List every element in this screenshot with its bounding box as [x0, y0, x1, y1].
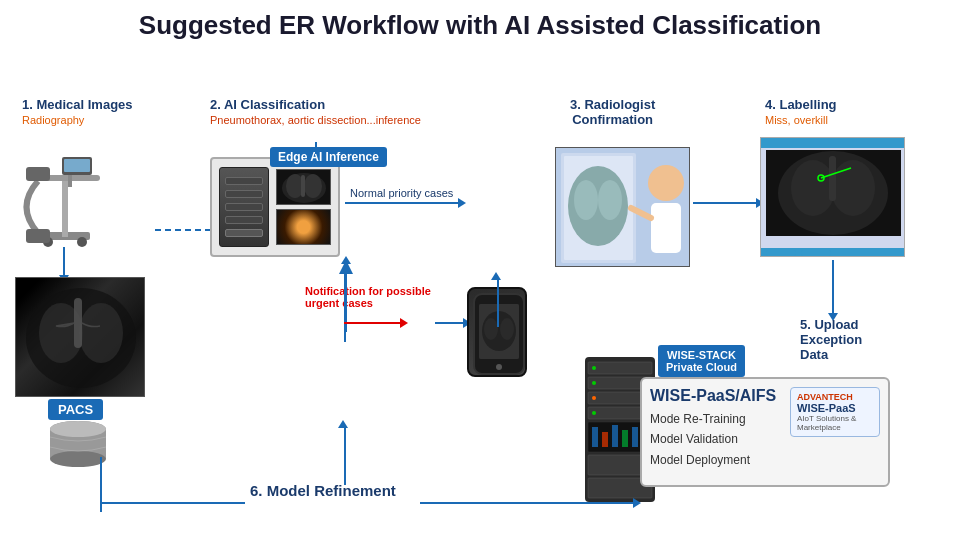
arrow-radio-to-label	[693, 202, 758, 204]
arrow-refinement	[420, 502, 635, 504]
svg-rect-22	[301, 175, 305, 197]
arrow-notif-head	[400, 318, 408, 328]
wise-paas-box: WISE-PaaS/AIFS Mode Re-Training Model Va…	[640, 377, 890, 487]
svg-rect-64	[622, 430, 628, 447]
svg-point-27	[484, 318, 498, 340]
arrow-normal-priority	[345, 202, 460, 204]
svg-point-17	[50, 451, 106, 467]
svg-point-13	[79, 303, 123, 363]
svg-rect-5	[26, 167, 50, 181]
arrow-phone-to-radio	[497, 277, 499, 327]
edge-ai-server-box	[210, 157, 340, 257]
step5-label: 5. Upload Exception Data	[800, 317, 862, 362]
svg-rect-3	[62, 177, 68, 237]
medical-device	[10, 147, 120, 247]
workflow-area: 1. Medical Images Radiography	[0, 47, 960, 537]
xray-thumbnail	[276, 169, 331, 205]
svg-point-21	[304, 174, 322, 198]
ct-thumbnail	[276, 209, 331, 245]
svg-rect-49	[766, 250, 796, 256]
svg-point-57	[592, 381, 596, 385]
step4-label: 4. Labelling Miss, overkill	[765, 97, 837, 127]
horiz-line-notification	[344, 322, 404, 324]
wise-stack-label: WISE-STACK Private Cloud	[658, 345, 745, 377]
arrow-to-edge-label	[315, 142, 317, 154]
edge-ai-label: Edge AI Inference	[270, 147, 387, 167]
svg-rect-10	[64, 159, 90, 172]
svg-rect-52	[588, 362, 652, 374]
dashed-arrow-1	[155, 229, 215, 231]
svg-rect-62	[602, 432, 608, 447]
horiz-line-pacs-model	[100, 502, 245, 504]
wise-paas-logo: ADVANTECH WISE-PaaS AIoT Solutions & Mar…	[790, 387, 880, 437]
svg-point-45	[831, 160, 875, 216]
svg-point-44	[791, 160, 835, 216]
vert-line-model	[344, 425, 346, 485]
svg-point-36	[648, 165, 684, 201]
arrow-label-to-upload	[832, 260, 834, 315]
scan-images	[276, 169, 331, 245]
arrow-phone-up-head	[491, 272, 501, 280]
normal-priority-text: Normal priority cases	[350, 187, 453, 199]
svg-rect-50	[801, 250, 831, 256]
svg-point-28	[500, 318, 514, 340]
arrow-notification	[435, 322, 465, 324]
svg-point-58	[592, 396, 596, 400]
vert-line-notification	[344, 262, 346, 342]
svg-rect-6	[26, 229, 50, 243]
svg-point-59	[592, 411, 596, 415]
main-title: Suggested ER Workflow with AI Assisted C…	[0, 0, 960, 47]
database-icon	[48, 417, 108, 477]
server-unit	[219, 167, 269, 247]
svg-rect-61	[592, 427, 598, 447]
step3-label: 3. Radiologist Confirmation	[570, 97, 655, 127]
svg-rect-40	[761, 138, 905, 148]
svg-point-18	[50, 421, 106, 437]
notification-box: Notification for possible urgent cases	[305, 285, 435, 309]
step2-label: 2. AI Classification Pneumothorax, aorti…	[210, 97, 421, 127]
model-refinement-label: 6. Model Refinement	[250, 482, 396, 499]
svg-rect-65	[632, 427, 638, 447]
svg-rect-37	[651, 203, 681, 253]
svg-point-56	[592, 366, 596, 370]
svg-point-2	[77, 237, 87, 247]
radiologist-image	[555, 147, 690, 267]
arrow-device-to-xray	[63, 247, 65, 277]
svg-rect-63	[612, 425, 618, 447]
step1-label: 1. Medical Images Radiography	[22, 97, 133, 127]
xray-chest-image	[15, 277, 145, 397]
svg-point-29	[496, 364, 502, 370]
labelled-xray-image	[760, 137, 905, 257]
arrow-up-model	[338, 420, 348, 428]
svg-point-34	[574, 180, 598, 220]
svg-rect-14	[74, 298, 82, 348]
svg-point-35	[598, 180, 622, 220]
svg-rect-46	[829, 156, 836, 201]
